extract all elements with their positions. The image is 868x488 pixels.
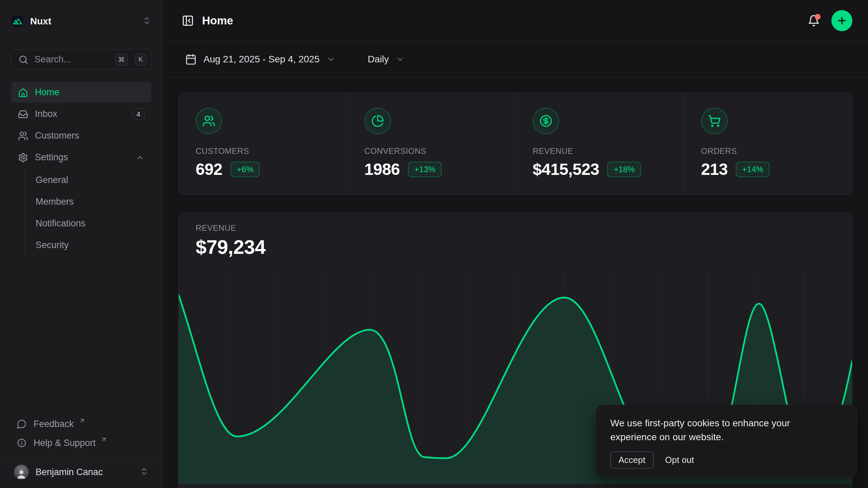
- stats-cards: CUSTOMERS 692 +6% CONVERSIONS: [178, 93, 852, 195]
- cart-icon: [701, 108, 728, 134]
- calendar-icon: [185, 54, 197, 65]
- inbox-count-badge: 4: [132, 108, 144, 120]
- inbox-icon: [18, 109, 28, 119]
- arrow-up-right-icon: [100, 436, 107, 443]
- chevrons-up-down-icon: [140, 467, 149, 477]
- pie-chart-icon: [364, 108, 391, 134]
- chevron-down-icon: [327, 55, 335, 64]
- subnav-item-label: General: [36, 175, 68, 185]
- header-actions: [805, 10, 852, 31]
- stat-value: 692: [196, 160, 222, 179]
- subnav-item-label: Security: [36, 240, 69, 250]
- workspace-switcher[interactable]: Nuxt: [11, 11, 151, 32]
- kbd-cmd: ⌘: [115, 53, 128, 66]
- stat-value: $415,523: [533, 160, 599, 179]
- sidebar-item-settings[interactable]: Settings: [11, 147, 151, 168]
- stat-label: CUSTOMERS: [196, 146, 347, 156]
- granularity-value: Daily: [368, 54, 389, 65]
- sidebar-item-label: Customers: [35, 130, 144, 141]
- avatar: [14, 465, 29, 480]
- sidebar-item-customers[interactable]: Customers: [11, 125, 151, 146]
- sidebar-item-label: Home: [35, 87, 144, 98]
- opt-out-button[interactable]: Opt out: [664, 452, 695, 468]
- users-icon: [196, 108, 222, 134]
- subnav-item-label: Members: [36, 197, 74, 207]
- chevron-down-icon: [396, 55, 405, 64]
- user-name: Benjamin Canac: [36, 467, 133, 477]
- stat-label: CONVERSIONS: [364, 146, 516, 156]
- stat-value: 1986: [364, 160, 400, 179]
- date-range-picker[interactable]: Aug 21, 2025 - Sep 4, 2025: [178, 49, 342, 69]
- users-icon: [18, 131, 28, 141]
- revenue-panel-value: $79,234: [196, 236, 835, 258]
- sidebar-item-general[interactable]: General: [25, 170, 151, 190]
- stat-card-conversions[interactable]: CONVERSIONS 1986 +13%: [347, 93, 516, 195]
- search-input[interactable]: [35, 54, 108, 65]
- stat-card-revenue[interactable]: REVENUE $415,523 +18%: [515, 93, 684, 195]
- stat-label: REVENUE: [533, 146, 684, 156]
- sidebar-item-notifications[interactable]: Notifications: [25, 213, 151, 234]
- sidebar-item-security[interactable]: Security: [25, 235, 151, 256]
- header: Home: [163, 0, 868, 41]
- feedback-link[interactable]: Feedback: [11, 414, 151, 433]
- help-support-link[interactable]: Help & Support: [11, 433, 151, 452]
- granularity-select[interactable]: Daily: [361, 50, 411, 69]
- home-icon: [18, 87, 28, 98]
- chevrons-up-down-icon: [142, 16, 151, 26]
- sidebar-item-home[interactable]: Home: [11, 82, 151, 103]
- chevron-up-icon: [136, 153, 144, 162]
- filters-toolbar: Aug 21, 2025 - Sep 4, 2025 Daily: [163, 41, 868, 78]
- cookie-banner: We use first-party cookies to enhance yo…: [596, 405, 857, 477]
- cookie-message: We use first-party cookies to enhance yo…: [610, 416, 817, 444]
- user-menu[interactable]: Benjamin Canac: [11, 461, 151, 483]
- panel-left-close-icon: [182, 15, 194, 27]
- stat-value: 213: [701, 160, 728, 179]
- sidebar-item-members[interactable]: Members: [25, 191, 151, 212]
- plus-icon: [836, 15, 847, 26]
- add-button[interactable]: [831, 10, 852, 31]
- feedback-label: Feedback: [34, 419, 74, 429]
- stat-delta-badge: +6%: [231, 162, 260, 177]
- revenue-panel-label: REVENUE: [196, 223, 835, 233]
- info-circle-icon: [17, 438, 27, 448]
- nuxt-logo-icon: [11, 15, 23, 27]
- date-range-value: Aug 21, 2025 - Sep 4, 2025: [203, 54, 320, 65]
- cookie-actions: Accept Opt out: [610, 451, 843, 469]
- message-circle-icon: [17, 419, 27, 429]
- stat-card-orders[interactable]: ORDERS 213 +14%: [684, 93, 852, 195]
- settings-subnav: General Members Notifications Security: [25, 169, 151, 257]
- notifications-button[interactable]: [805, 12, 823, 29]
- gear-icon: [18, 152, 28, 163]
- help-support-label: Help & Support: [34, 438, 96, 448]
- sidebar-spacer: [11, 257, 151, 414]
- search-icon: [18, 55, 28, 65]
- search-input-wrapper[interactable]: ⌘ K: [11, 50, 151, 69]
- sidebar-nav: Home Inbox 4: [11, 82, 151, 257]
- dollar-circle-icon: [533, 108, 559, 134]
- subnav-item-label: Notifications: [36, 218, 85, 229]
- kbd-k: K: [135, 53, 147, 66]
- stat-delta-badge: +18%: [607, 162, 641, 177]
- sidebar-item-inbox[interactable]: Inbox 4: [11, 104, 151, 124]
- stat-label: ORDERS: [701, 146, 852, 156]
- collapse-sidebar-button[interactable]: [178, 11, 197, 30]
- stat-delta-badge: +13%: [408, 162, 442, 177]
- sidebar-item-label: Inbox: [35, 109, 125, 119]
- stat-card-customers[interactable]: CUSTOMERS 692 +6%: [179, 93, 347, 195]
- page-title: Home: [202, 14, 233, 27]
- sidebar-item-label: Settings: [35, 152, 129, 163]
- sidebar-divider: [0, 457, 162, 458]
- stat-delta-badge: +14%: [736, 162, 770, 177]
- arrow-up-right-icon: [79, 417, 85, 424]
- accept-cookies-button[interactable]: Accept: [610, 451, 654, 469]
- sidebar: Nuxt ⌘ K: [0, 0, 163, 488]
- notification-dot: [815, 14, 821, 20]
- workspace-name: Nuxt: [30, 16, 136, 27]
